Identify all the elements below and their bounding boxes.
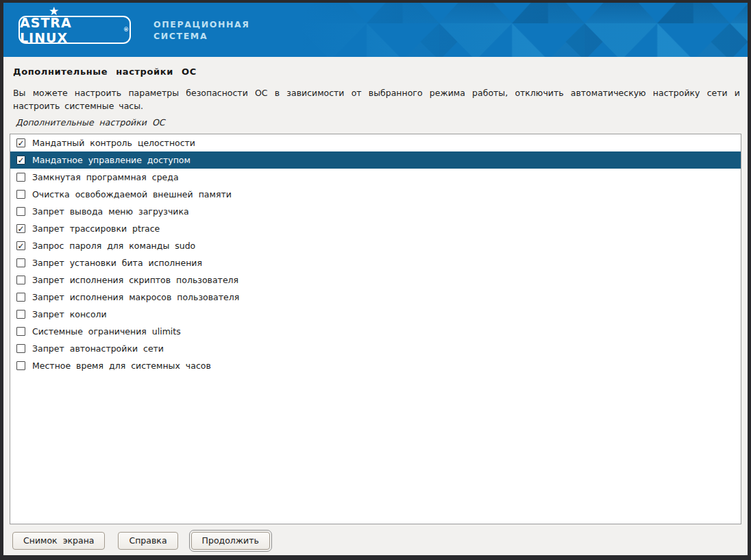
product-name: ОПЕРАЦИОННАЯ СИСТЕМА — [153, 19, 250, 42]
checkbox[interactable] — [16, 173, 25, 182]
product-line1: ОПЕРАЦИОННАЯ — [153, 19, 250, 30]
list-item[interactable]: Запрет исполнения скриптов пользователя — [10, 271, 741, 289]
option-label: Запрет консоли — [32, 309, 107, 319]
logo-text: ASTRA LINUX — [20, 15, 123, 45]
option-label: Замкнутая программная среда — [32, 172, 179, 182]
registered-mark: ® — [123, 27, 130, 33]
checkbox[interactable] — [16, 276, 25, 284]
option-label: Местное время для системных часов — [32, 361, 211, 371]
option-label: Очистка освобождаемой внешней памяти — [32, 189, 232, 199]
option-label: Мандатный контроль целостности — [32, 138, 195, 148]
list-item[interactable]: Запрет исполнения макросов пользователя — [10, 289, 741, 306]
window-content: ★ ASTRA LINUX® ОПЕРАЦИОННАЯ СИСТЕМА Допо… — [3, 3, 748, 555]
checkbox[interactable] — [16, 310, 25, 319]
option-label: Запрет исполнения макросов пользователя — [32, 292, 239, 302]
checkbox[interactable]: ✓ — [16, 241, 25, 250]
main-area: Дополнительные настройки ОС Вы можете на… — [3, 57, 748, 555]
list-item[interactable]: Замкнутая программная среда — [10, 169, 741, 186]
star-icon: ★ — [49, 5, 59, 17]
checkbox[interactable] — [16, 207, 25, 216]
help-button[interactable]: Справка — [118, 532, 177, 550]
checkbox[interactable]: ✓ — [16, 156, 25, 165]
option-label: Мандатное управление доступом — [32, 155, 190, 165]
checkbox[interactable] — [16, 327, 25, 336]
list-item[interactable]: Запрет консоли — [10, 306, 741, 323]
checkbox[interactable] — [16, 258, 25, 267]
header-banner: ★ ASTRA LINUX® ОПЕРАЦИОННАЯ СИСТЕМА — [3, 3, 748, 57]
checkbox[interactable]: ✓ — [16, 138, 25, 147]
installer-window: ★ ASTRA LINUX® ОПЕРАЦИОННАЯ СИСТЕМА Допо… — [0, 0, 751, 560]
list-item[interactable]: Запрет установки бита исполнения — [10, 254, 741, 271]
option-label: Системные ограничения ulimits — [32, 326, 181, 337]
page-description: Вы можете настроить параметры безопаснос… — [13, 86, 741, 112]
list-item[interactable]: Очистка освобождаемой внешней памяти — [10, 186, 741, 203]
checkbox[interactable] — [16, 361, 25, 370]
list-item[interactable]: ✓ Запрет трассировки ptrace — [10, 220, 741, 237]
list-item[interactable]: Системные ограничения ulimits — [10, 323, 741, 340]
list-item[interactable]: ✓ Запрос пароля для команды sudo — [10, 237, 741, 254]
list-item[interactable]: Запрет вывода меню загрузчика — [10, 203, 741, 220]
option-label: Запрет исполнения скриптов пользователя — [32, 275, 238, 285]
option-label: Запрет вывода меню загрузчика — [32, 206, 189, 217]
list-item[interactable]: Запрет автонастройки сети — [10, 340, 741, 357]
checkbox[interactable] — [16, 190, 25, 199]
checkbox[interactable] — [16, 293, 25, 302]
footer-bar: Снимок экрана Справка Продолжить — [10, 532, 741, 550]
list-item[interactable]: ✓ Мандатное управление доступом — [10, 151, 741, 169]
option-label: Запрет установки бита исполнения — [32, 258, 202, 268]
option-label: Запрет автонастройки сети — [32, 343, 164, 354]
checkbox[interactable] — [16, 344, 25, 353]
list-item[interactable]: Местное время для системных часов — [10, 357, 741, 374]
page-title: Дополнительные настройки ОС — [13, 66, 741, 77]
screenshot-button[interactable]: Снимок экрана — [12, 532, 105, 550]
product-line2: СИСТЕМА — [153, 30, 250, 42]
list-item[interactable]: ✓ Мандатный контроль целостности — [10, 134, 741, 151]
continue-button[interactable]: Продолжить — [191, 532, 270, 550]
list-caption: Дополнительные настройки ОС — [16, 117, 741, 127]
astra-linux-logo: ASTRA LINUX® — [19, 16, 131, 44]
option-label: Запрос пароля для команды sudo — [32, 241, 195, 251]
options-list: ✓ Мандатный контроль целостности ✓ Манда… — [10, 134, 741, 524]
option-label: Запрет трассировки ptrace — [32, 223, 160, 234]
checkbox[interactable]: ✓ — [16, 224, 25, 233]
